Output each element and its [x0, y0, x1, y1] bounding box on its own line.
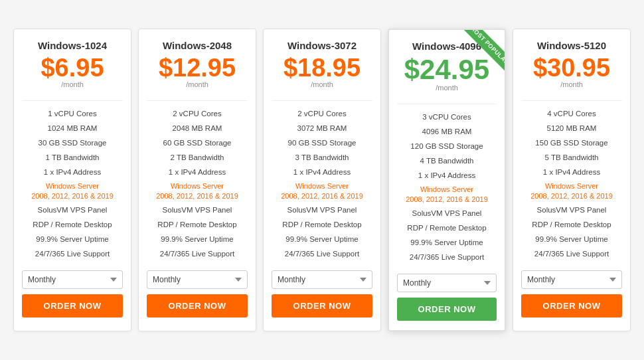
extra-item: 99.9% Server Uptime: [22, 232, 123, 246]
divider: [397, 104, 497, 104]
divider: [147, 100, 248, 101]
plan-name: Windows-3072: [287, 40, 357, 51]
billing-dropdown[interactable]: Monthly Quarterly Semi-Annually Annually: [521, 270, 622, 289]
feature-item: 2 TB Bandwidth: [147, 150, 248, 165]
feature-list: 3 vCPU Cores4096 MB RAM120 GB SSD Storag…: [397, 110, 497, 264]
feature-list: 1 vCPU Cores1024 MB RAM30 GB SSD Storage…: [22, 106, 123, 261]
billing-dropdown[interactable]: Monthly Quarterly Semi-Annually Annually: [272, 270, 372, 289]
feature-item: 4096 MB RAM: [397, 124, 497, 139]
windows-server-link[interactable]: Windows Server2008, 2012, 2016 & 2019: [272, 179, 372, 203]
feature-item: 60 GB SSD Storage: [147, 135, 248, 150]
windows-server-link[interactable]: Windows Server2008, 2012, 2016 & 2019: [147, 179, 248, 203]
extra-item: RDP / Remote Desktop: [397, 221, 497, 235]
feature-list: 2 vCPU Cores2048 MB RAM60 GB SSD Storage…: [147, 106, 248, 261]
extra-item: SolusVM VPS Panel: [272, 203, 372, 217]
extra-item: RDP / Remote Desktop: [22, 217, 123, 232]
feature-item: 5 TB Bandwidth: [521, 150, 622, 165]
plan-price: $6.95: [40, 55, 104, 80]
extra-item: 99.9% Server Uptime: [272, 232, 372, 246]
feature-item: 2 vCPU Cores: [147, 106, 248, 121]
feature-item: 120 GB SSD Storage: [397, 139, 497, 153]
plan-price: $12.95: [159, 55, 236, 80]
feature-item: 1024 MB RAM: [22, 121, 123, 135]
plans-container: Windows-1024$6.95/month1 vCPU Cores1024 …: [13, 29, 631, 331]
windows-server-link[interactable]: Windows Server2008, 2012, 2016 & 2019: [397, 183, 497, 206]
popular-badge: MOST POPULAR: [451, 30, 505, 83]
feature-item: 1 x IPv4 Address: [147, 165, 248, 179]
feature-item: 30 GB SSD Storage: [22, 135, 123, 150]
billing-dropdown-wrap[interactable]: Monthly Quarterly Semi-Annually Annually: [22, 270, 123, 289]
feature-item: 90 GB SSD Storage: [272, 135, 372, 150]
price-month: /month: [436, 84, 458, 92]
extra-item: 99.9% Server Uptime: [147, 232, 248, 246]
feature-item: 5120 MB RAM: [521, 121, 622, 135]
billing-dropdown-wrap[interactable]: Monthly Quarterly Semi-Annually Annually: [147, 270, 248, 289]
popular-badge-text: MOST POPULAR: [463, 30, 505, 72]
order-now-button[interactable]: ORDER NOW: [397, 298, 497, 321]
extra-item: RDP / Remote Desktop: [272, 217, 372, 232]
feature-item: 1 x IPv4 Address: [22, 165, 123, 179]
extra-item: SolusVM VPS Panel: [397, 206, 497, 221]
extra-item: RDP / Remote Desktop: [147, 217, 248, 232]
extra-item: SolusVM VPS Panel: [521, 203, 622, 217]
plan-card-win-2048: Windows-2048$12.95/month2 vCPU Cores2048…: [138, 29, 256, 331]
billing-dropdown-wrap[interactable]: Monthly Quarterly Semi-Annually Annually: [397, 274, 497, 292]
plan-price: $18.95: [283, 55, 361, 80]
order-now-button[interactable]: ORDER NOW: [22, 294, 123, 317]
price-month: /month: [61, 80, 84, 88]
divider: [272, 100, 372, 101]
extra-item: SolusVM VPS Panel: [22, 203, 123, 217]
extra-item: RDP / Remote Desktop: [521, 217, 622, 232]
feature-item: 1 x IPv4 Address: [521, 165, 622, 179]
feature-item: 3 vCPU Cores: [397, 110, 497, 124]
billing-dropdown-wrap[interactable]: Monthly Quarterly Semi-Annually Annually: [272, 270, 372, 289]
order-now-button[interactable]: ORDER NOW: [272, 294, 372, 317]
extra-item: 24/7/365 Live Support: [272, 246, 372, 261]
extra-item: 99.9% Server Uptime: [521, 232, 622, 246]
price-month: /month: [186, 80, 208, 88]
feature-item: 2 vCPU Cores: [272, 106, 372, 121]
billing-dropdown[interactable]: Monthly Quarterly Semi-Annually Annually: [22, 270, 123, 289]
feature-item: 1 vCPU Cores: [22, 106, 123, 121]
feature-list: 4 vCPU Cores5120 MB RAM150 GB SSD Storag…: [521, 106, 622, 261]
price-month: /month: [560, 80, 583, 88]
feature-item: 1 x IPv4 Address: [272, 165, 372, 179]
billing-dropdown[interactable]: Monthly Quarterly Semi-Annually Annually: [147, 270, 248, 289]
plan-price: $30.95: [533, 55, 610, 80]
billing-dropdown[interactable]: Monthly Quarterly Semi-Annually Annually: [397, 274, 497, 292]
feature-item: 2048 MB RAM: [147, 121, 248, 135]
extra-item: 99.9% Server Uptime: [397, 235, 497, 250]
divider: [22, 100, 123, 101]
windows-server-link[interactable]: Windows Server2008, 2012, 2016 & 2019: [22, 179, 123, 203]
extra-item: 24/7/365 Live Support: [147, 246, 248, 261]
feature-item: 3072 MB RAM: [272, 121, 372, 135]
plan-name: Windows-1024: [38, 40, 107, 51]
feature-item: 1 TB Bandwidth: [22, 150, 123, 165]
feature-list: 2 vCPU Cores3072 MB RAM90 GB SSD Storage…: [272, 106, 372, 261]
divider: [521, 100, 622, 101]
plan-name: Windows-5120: [537, 40, 606, 51]
windows-server-link[interactable]: Windows Server2008, 2012, 2016 & 2019: [521, 179, 622, 203]
plan-card-win-3072: Windows-3072$18.95/month2 vCPU Cores3072…: [263, 29, 381, 331]
extra-item: 24/7/365 Live Support: [521, 246, 622, 261]
plan-name: Windows-2048: [163, 40, 232, 51]
feature-item: 150 GB SSD Storage: [521, 135, 622, 150]
feature-item: 3 TB Bandwidth: [272, 150, 372, 165]
order-now-button[interactable]: ORDER NOW: [521, 294, 622, 317]
feature-item: 1 x IPv4 Address: [397, 168, 497, 183]
feature-item: 4 TB Bandwidth: [397, 153, 497, 168]
extra-item: SolusVM VPS Panel: [147, 203, 248, 217]
price-month: /month: [311, 80, 333, 88]
extra-item: 24/7/365 Live Support: [397, 250, 497, 264]
plan-card-win-1024: Windows-1024$6.95/month1 vCPU Cores1024 …: [13, 29, 131, 331]
order-now-button[interactable]: ORDER NOW: [147, 294, 248, 317]
plan-card-win-5120: Windows-5120$30.95/month4 vCPU Cores5120…: [513, 29, 631, 331]
billing-dropdown-wrap[interactable]: Monthly Quarterly Semi-Annually Annually: [521, 270, 622, 289]
extra-item: 24/7/365 Live Support: [22, 246, 123, 261]
plan-card-win-4096: MOST POPULAR Windows-4096$24.95/month3 v…: [388, 29, 506, 331]
feature-item: 4 vCPU Cores: [521, 106, 622, 121]
